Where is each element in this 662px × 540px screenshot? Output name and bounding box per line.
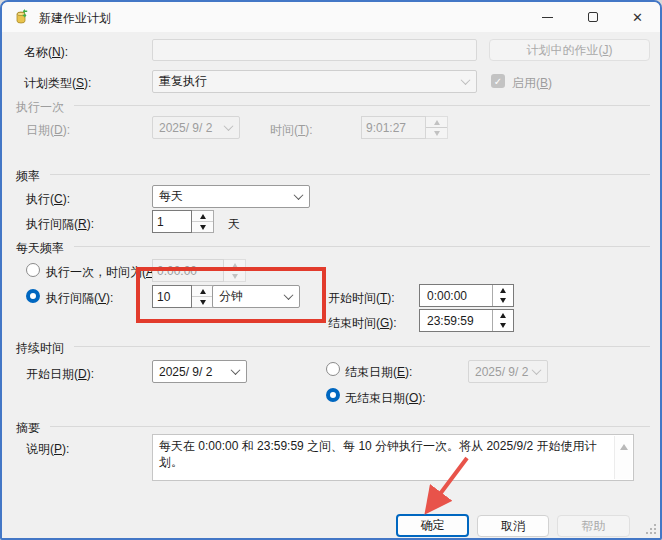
section-divider: [50, 174, 650, 175]
start-time-spinner[interactable]: 0:00:00: [419, 284, 514, 307]
scroll-up-icon: [620, 444, 628, 450]
close-icon: ✕: [632, 11, 643, 24]
one-time-section-title: 执行一次: [16, 99, 64, 116]
daily-frequency-section-title: 每天频率: [16, 240, 64, 257]
one-time-time-spinner: 9:01:27: [361, 116, 448, 139]
chevron-down-icon: [231, 365, 241, 375]
section-divider: [50, 426, 650, 427]
occurs-every-label: 执行间隔(V):: [46, 290, 113, 307]
cancel-button[interactable]: 取消: [477, 515, 549, 537]
one-time-date-combo: 2025/ 9/ 2: [152, 116, 240, 139]
enabled-checkbox: ✓: [491, 74, 505, 88]
one-time-date-value: 2025/ 9/ 2: [159, 121, 212, 135]
one-time-date-label: 日期(D):: [26, 122, 70, 139]
start-date-value: 2025/ 9/ 2: [159, 365, 212, 379]
spinner-up-icon: [426, 117, 447, 127]
spinner-up-icon[interactable]: [192, 211, 213, 221]
description-text: 每天在 0:00:00 和 23:59:59 之间、每 10 分钟执行一次。将从…: [159, 438, 611, 470]
duration-section-title: 持续时间: [16, 340, 64, 357]
section-divider: [74, 105, 650, 106]
recurs-label: 执行间隔(R):: [26, 216, 94, 233]
new-job-schedule-dialog: 新建作业计划 ✕ 名称(N): 计划中的作业(J) 计划类型(S): 重复执行 …: [0, 0, 662, 540]
titlebar: 新建作业计划 ✕: [2, 2, 660, 32]
schedule-type-value: 重复执行: [159, 73, 207, 90]
frequency-section-title: 频率: [16, 168, 40, 185]
start-date-label: 开始日期(D):: [26, 366, 94, 383]
chevron-down-icon: [461, 75, 471, 85]
no-end-date-radio[interactable]: [326, 388, 340, 402]
schedule-type-label: 计划类型(S):: [24, 75, 91, 92]
minimize-button[interactable]: [525, 2, 570, 32]
end-date-label: 结束日期(E):: [345, 364, 412, 381]
occurs-combo[interactable]: 每天: [152, 185, 310, 208]
schedule-type-combo[interactable]: 重复执行: [152, 70, 477, 93]
resize-grip[interactable]: [644, 522, 656, 534]
description-label: 说明(P):: [26, 441, 69, 458]
occurs-label: 执行(C):: [26, 191, 70, 208]
no-end-date-label: 无结束日期(O):: [345, 390, 426, 407]
spinner-up-icon[interactable]: [493, 285, 513, 296]
start-date-combo[interactable]: 2025/ 9/ 2: [152, 360, 247, 383]
spinner-up-icon[interactable]: [493, 310, 513, 321]
occurs-value: 每天: [159, 188, 183, 205]
chevron-down-icon: [224, 121, 234, 131]
name-label: 名称(N):: [24, 44, 68, 61]
maximize-icon: [588, 12, 598, 22]
close-button[interactable]: ✕: [615, 2, 660, 32]
summary-section-title: 摘要: [16, 420, 40, 437]
end-date-radio[interactable]: [326, 362, 340, 376]
one-time-time-label: 时间(T):: [270, 122, 313, 139]
occurs-once-radio[interactable]: [26, 263, 40, 277]
end-time-label: 结束时间(G):: [328, 315, 397, 332]
section-divider: [74, 246, 650, 247]
description-box: 每天在 0:00:00 和 23:59:59 之间、每 10 分钟执行一次。将从…: [152, 434, 634, 481]
maximize-button[interactable]: [570, 2, 615, 32]
end-date-combo: 2025/ 9/ 2: [468, 360, 548, 383]
chevron-down-icon: [294, 190, 304, 200]
jobs-in-schedule-button: 计划中的作业(J): [489, 39, 650, 61]
spinner-down-icon[interactable]: [493, 296, 513, 307]
minimize-icon: [542, 17, 553, 18]
spinner-down-icon: [426, 127, 447, 138]
occurs-every-radio[interactable]: [26, 289, 40, 303]
help-button: 帮助: [557, 515, 630, 537]
job-schedule-database-icon: [14, 8, 32, 26]
start-time-value[interactable]: 0:00:00: [420, 285, 492, 306]
end-time-spinner[interactable]: 23:59:59: [419, 309, 514, 332]
start-time-label: 开始时间(T):: [328, 290, 395, 307]
spinner-down-icon[interactable]: [493, 321, 513, 332]
enabled-label: 启用(B): [512, 75, 552, 92]
recurs-spinner[interactable]: 1: [152, 210, 214, 233]
name-input: [152, 39, 477, 61]
dialog-title: 新建作业计划: [39, 10, 111, 27]
chevron-down-icon: [532, 365, 542, 375]
recurs-unit-label: 天: [228, 216, 240, 233]
end-time-value[interactable]: 23:59:59: [420, 310, 492, 331]
check-icon: ✓: [494, 76, 502, 87]
description-scrollbar[interactable]: [614, 436, 632, 479]
one-time-time-value: 9:01:27: [361, 116, 426, 139]
recurs-value[interactable]: 1: [152, 210, 192, 233]
spinner-down-icon[interactable]: [192, 221, 213, 232]
section-divider: [74, 346, 650, 347]
ok-button[interactable]: 确定: [396, 514, 469, 537]
highlight-rectangle-annotation: [136, 267, 326, 323]
end-date-value: 2025/ 9/ 2: [475, 365, 528, 379]
